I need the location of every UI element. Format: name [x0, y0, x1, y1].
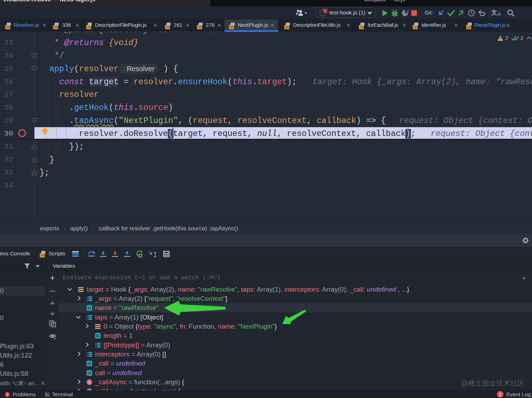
svg-text:01: 01 — [87, 371, 91, 375]
svg-text:λ: λ — [88, 389, 90, 390]
svg-text:01: 01 — [87, 306, 91, 310]
svg-text:3: 3 — [95, 346, 96, 348]
svg-text:01: 01 — [87, 362, 91, 366]
svg-text:λ: λ — [88, 380, 90, 384]
svg-text:3: 3 — [87, 355, 88, 357]
svg-text:3: 3 — [87, 318, 88, 320]
svg-text:01: 01 — [96, 334, 100, 338]
svg-text:3: 3 — [87, 300, 88, 301]
